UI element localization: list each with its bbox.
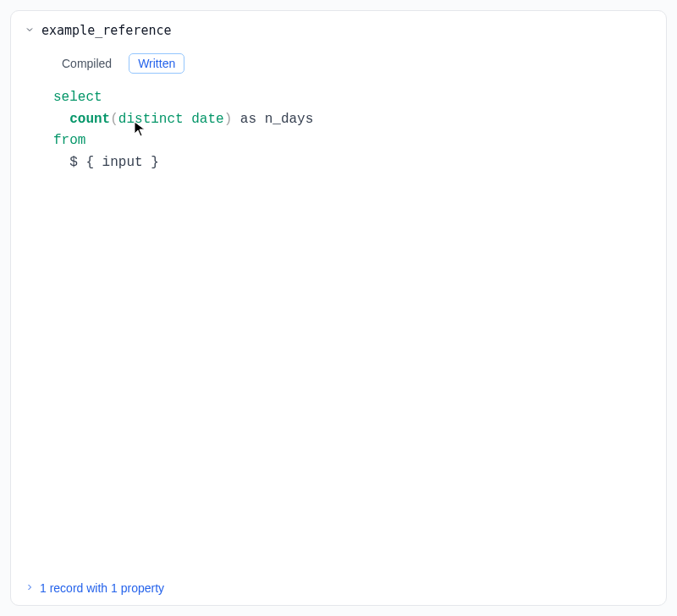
code-identifier-date: date <box>191 112 223 127</box>
code-panel: example_reference Compiled Written selec… <box>10 10 667 606</box>
panel-title: example_reference <box>41 23 172 38</box>
sql-code-block[interactable]: select count(distinct date) as n_days fr… <box>11 85 666 571</box>
tabs: Compiled Written <box>11 41 666 85</box>
code-paren-open: ( <box>110 112 118 127</box>
code-paren-close: ) <box>224 112 233 127</box>
chevron-right-icon <box>25 581 35 595</box>
code-keyword-select: select <box>53 90 102 105</box>
tab-written[interactable]: Written <box>129 53 184 74</box>
code-as: as <box>232 112 264 127</box>
panel-header[interactable]: example_reference <box>11 11 666 41</box>
chevron-down-icon <box>25 23 35 38</box>
code-alias: n_days <box>265 112 314 127</box>
results-summary-text: 1 record with 1 property <box>40 581 164 595</box>
tab-compiled[interactable]: Compiled <box>53 54 120 73</box>
code-keyword-count: count <box>69 112 110 127</box>
results-summary[interactable]: 1 record with 1 property <box>11 571 666 605</box>
code-template-ref: $ { input } <box>69 155 159 170</box>
code-keyword-from: from <box>53 133 85 148</box>
code-keyword-distinct: distinct <box>118 112 184 127</box>
